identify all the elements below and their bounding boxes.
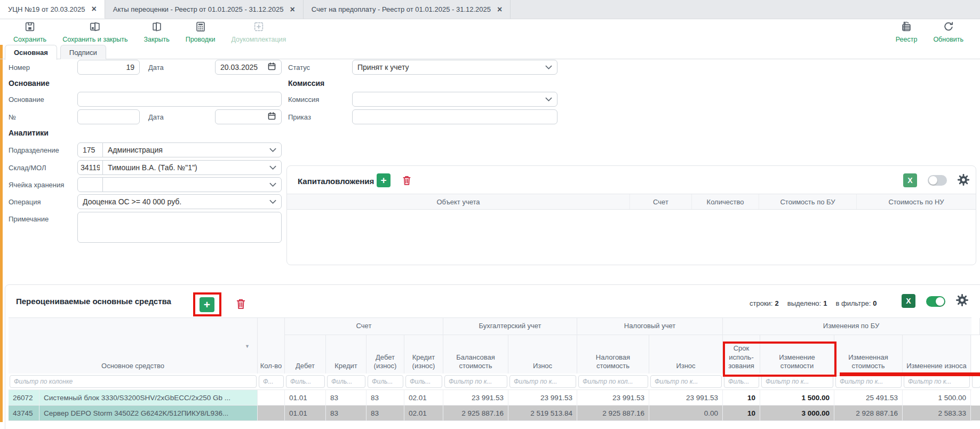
column-header[interactable]: Объект учета (287, 194, 630, 209)
department-select[interactable]: Администрация (102, 142, 282, 157)
calendar-icon[interactable] (267, 112, 276, 122)
calendar-icon[interactable] (267, 62, 276, 73)
assets-table-header: Основное средство ▼ Кол-во Счет Бухгалте… (9, 317, 971, 374)
cell-balance: 2 925 887.16 (443, 406, 508, 420)
close-icon[interactable]: × (290, 5, 294, 14)
close-button[interactable]: Закрыть (136, 21, 178, 43)
commission-section-title: Комиссия (288, 79, 324, 88)
close-icon[interactable]: × (91, 5, 96, 13)
status-select[interactable]: Принят к учету (352, 60, 557, 75)
column-header[interactable]: Количество (692, 194, 759, 209)
excel-export-button[interactable]: X (903, 173, 917, 187)
balance-filter-input[interactable] (444, 375, 507, 388)
column-header-dep-bu[interactable]: Износ (508, 335, 577, 374)
toggle-knob (929, 176, 937, 185)
toggle-knob (936, 297, 944, 306)
rows-counter: строки:2 (750, 299, 779, 307)
refresh-label: Обновить (933, 36, 963, 43)
warehouse-code-field[interactable]: 34119 (77, 160, 103, 175)
gear-icon[interactable] (957, 173, 970, 188)
column-header-balance[interactable]: Балансовая стоимость (443, 335, 508, 374)
asset-row[interactable]: 26072 Системный блок 3330/S3200SHV/2xGbE… (9, 390, 971, 406)
filter-toggle[interactable] (926, 296, 945, 307)
storage-cell-select[interactable] (102, 177, 282, 192)
status-label: Статус (288, 63, 310, 72)
filter-toggle[interactable] (928, 175, 947, 186)
date-field[interactable]: 20.03.2025 (215, 60, 282, 75)
close-icon[interactable]: × (497, 5, 502, 14)
column-header-debit[interactable]: Дебет (285, 335, 326, 374)
cell-dep-nu: 0.00 (649, 406, 723, 420)
dep-nu-filter-input[interactable] (650, 375, 722, 388)
qty-filter-input[interactable] (259, 375, 284, 388)
column-header-credit-dep[interactable]: Кредит (износ) (404, 335, 443, 374)
column-header-credit[interactable]: Кредит (326, 335, 366, 374)
order-field[interactable] (352, 109, 557, 124)
toolbar: Сохранить Сохранить и закрыть Закрыть Пр… (0, 19, 980, 45)
dep-bu-filter-input[interactable] (509, 375, 576, 388)
group-header-changes: Изменения по БУ (723, 318, 980, 335)
excel-export-button[interactable]: X (902, 294, 915, 308)
debit-filter-input[interactable] (286, 375, 325, 388)
tax-filter-input[interactable] (578, 375, 648, 388)
capital-panel: Капиталовложения + X Объект учета Счет К… (286, 165, 976, 265)
asset-filter-input[interactable] (10, 375, 257, 388)
department-code-field[interactable]: 175 (77, 142, 103, 157)
changed-filter-input[interactable] (835, 375, 902, 388)
column-header-term[interactable]: Срок исполь-зования (723, 335, 760, 374)
extra-filter-input[interactable] (972, 375, 980, 388)
cell-credit: 83 (326, 390, 366, 405)
change-dep-filter-input[interactable] (904, 375, 970, 388)
add-row-button[interactable]: + (377, 173, 391, 187)
column-header-changed-value[interactable]: Измененная стоимость (834, 335, 903, 374)
basis-no-field[interactable] (77, 109, 140, 124)
column-header-debit-dep[interactable]: Дебет (износ) (366, 335, 404, 374)
operation-label: Операция (9, 198, 41, 206)
tab-signatures[interactable]: Подписи (60, 45, 106, 59)
number-field[interactable]: 19 (77, 60, 140, 75)
credit-dep-filter-input[interactable] (405, 375, 442, 388)
document-tab[interactable]: Акты переоценки - Реестр от 01.01.2025 -… (105, 0, 304, 19)
column-header-change-value[interactable]: Изменение стоимости (760, 335, 834, 374)
cell-spacer (971, 406, 980, 420)
note-field[interactable] (77, 212, 282, 243)
commission-select[interactable] (352, 92, 557, 107)
refresh-button[interactable]: Обновить (925, 21, 971, 43)
document-tab-active[interactable]: УЦН №19 от 20.03.2025 × (0, 0, 105, 19)
term-filter-input[interactable] (724, 375, 759, 388)
column-header[interactable]: Стоимость по БУ (759, 194, 857, 209)
basis-date-field[interactable] (215, 109, 282, 124)
change-filter-input[interactable] (761, 375, 833, 388)
credit-filter-input[interactable] (327, 375, 365, 388)
add-asset-button[interactable]: + (200, 297, 214, 312)
column-header[interactable]: Счет (630, 194, 692, 209)
postings-button[interactable]: Проводки (178, 21, 224, 43)
dropdown-arrow-icon[interactable]: ▼ (245, 344, 250, 349)
delete-row-button[interactable] (401, 174, 412, 188)
column-header-change-dep[interactable]: Изменение износа (903, 335, 971, 374)
delete-asset-button[interactable] (235, 297, 247, 313)
column-header-qty[interactable]: Кол-во (258, 318, 285, 374)
save-and-close-button[interactable]: Сохранить и закрыть (54, 21, 136, 43)
column-header-dep-nu[interactable]: Износ (649, 335, 723, 374)
column-header-asset[interactable]: Основное средство ▼ (9, 318, 258, 374)
cell-tax-value: 23 991.53 (577, 390, 649, 405)
basis-date-label: Дата (148, 113, 164, 121)
warehouse-select[interactable]: Тимошин В.А. (Таб. №"1") (102, 160, 282, 175)
storage-cell-code-field[interactable] (77, 177, 103, 192)
tab-main[interactable]: Основная (5, 45, 57, 60)
basis-field[interactable] (77, 92, 282, 107)
cell-changed-value: 2 928 887.16 (834, 406, 903, 420)
debit-dep-filter-input[interactable] (368, 375, 403, 388)
operation-select[interactable]: Дооценка ОС >= 40 000 руб. (77, 194, 282, 209)
registry-button[interactable]: Реестр (888, 21, 926, 43)
column-header[interactable]: Стоимость по НУ (857, 194, 976, 209)
document-tab[interactable]: Счет на предоплату - Реестр от 01.01.202… (304, 0, 511, 19)
asset-row-selected[interactable]: 43745 Сервер DEPO Storm 3450Z2 G6242K/51… (9, 406, 971, 421)
column-header-tax-value[interactable]: Налоговая стоимость (577, 335, 649, 374)
number-label: Номер (9, 63, 30, 72)
save-button[interactable]: Сохранить (5, 21, 54, 43)
gear-icon[interactable] (955, 293, 969, 309)
cell-name: Сервер DEPO Storm 3450Z2 G6242K/512ПИКУ8… (39, 406, 258, 420)
cell-change-value: 3 000.00 (760, 406, 834, 420)
